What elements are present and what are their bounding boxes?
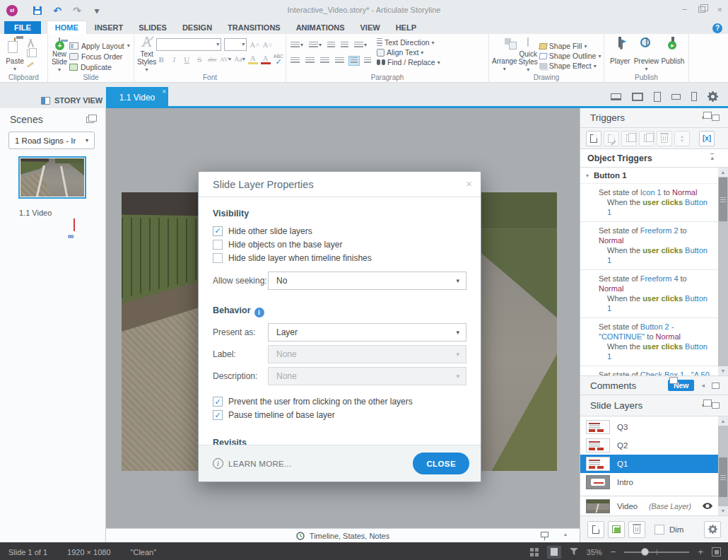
tab-file[interactable]: FILE	[4, 21, 41, 34]
expand-timeline-icon[interactable]: ▴	[564, 531, 567, 537]
scroll-down-icon[interactable]: ▼	[718, 366, 728, 375]
restore-button[interactable]	[698, 6, 705, 13]
preview-button[interactable]: Preview▾	[633, 37, 659, 74]
checkbox-row[interactable]: Hide slide layer when timeline finishes	[213, 251, 466, 264]
scroll-up-icon[interactable]: ▲	[718, 416, 728, 426]
phone-landscape-preview-icon[interactable]	[671, 94, 681, 100]
align-justify-icon[interactable]	[334, 57, 346, 65]
tab-slides[interactable]: SLIDES	[131, 21, 175, 34]
trigger-item[interactable]: Set state of Check Box 1 - "A 50 km/h...…	[580, 366, 718, 375]
ltr-direction-icon[interactable]	[348, 56, 360, 66]
allow-seeking-select[interactable]: No▾	[268, 272, 466, 290]
duplicate-button[interactable]: Duplicate	[69, 63, 130, 71]
layer-row-intro[interactable]: Intro	[580, 473, 718, 491]
align-left-icon[interactable]	[289, 57, 301, 65]
player-settings-gear-icon[interactable]	[708, 91, 718, 102]
minimize-button[interactable]: −	[682, 4, 688, 15]
scroll-down-icon[interactable]: ▼	[718, 506, 728, 515]
timeline-states-notes-bar[interactable]: Timeline, States, Notes ▴	[106, 528, 580, 542]
subscript-button[interactable]: abc	[207, 54, 217, 64]
help-icon[interactable]: ?	[712, 23, 722, 33]
collapse-all-icon[interactable]: ▴	[710, 153, 714, 161]
scenes-dock-panel-icon[interactable]	[86, 117, 94, 123]
manage-variables-button[interactable]: [x]	[699, 131, 715, 146]
story-view-mode-icon[interactable]	[530, 548, 539, 556]
present-as-select[interactable]: Layer▾	[268, 323, 466, 342]
player-button[interactable]: Player	[607, 37, 633, 74]
triggers-dock-panel-icon[interactable]	[712, 115, 720, 121]
bold-button[interactable]: B	[156, 54, 166, 64]
checkbox[interactable]	[213, 240, 223, 250]
arrange-button[interactable]: Arrange▾	[492, 37, 517, 74]
align-right-icon[interactable]	[319, 57, 331, 65]
dialog-close-icon[interactable]: ×	[466, 177, 472, 189]
trigger-item[interactable]: Set state of Freeform 4 to NormalWhen th…	[580, 270, 718, 318]
desktop-preview-icon[interactable]	[632, 93, 643, 101]
tab-insert[interactable]: INSERT	[87, 21, 131, 34]
layers-scrollbar[interactable]: ▲ ▼	[718, 416, 728, 515]
checkbox[interactable]	[213, 253, 223, 263]
scrollbar-thumb[interactable]	[719, 457, 727, 497]
layer-row-q1[interactable]: Q1	[580, 455, 718, 473]
tablet-portrait-preview-icon[interactable]	[654, 92, 661, 102]
checkbox-row[interactable]: ✓Pause timeline of base layer	[213, 409, 466, 422]
zoom-slider-knob[interactable]	[641, 548, 649, 556]
base-layer-row[interactable]: Video (Base Layer)	[580, 496, 718, 515]
shape-effect-button[interactable]: Shape Effect▾	[539, 62, 601, 70]
tab-view[interactable]: VIEW	[353, 21, 388, 34]
trigger-item[interactable]: Set state of Button 2 - "CONTINUE" to No…	[580, 318, 718, 366]
text-styles-button[interactable]: A Text Styles▾	[137, 37, 156, 74]
slide-thumbnail[interactable]	[18, 156, 86, 199]
tab-transitions[interactable]: TRANSITIONS	[220, 21, 288, 34]
scene-selector-dropdown[interactable]: 1 Road Signs - Ir▾	[8, 132, 95, 149]
video-slide-tab[interactable]: 1.1 Video ×	[106, 87, 168, 108]
copy-trigger-button[interactable]	[621, 131, 637, 146]
font-size-select[interactable]: ▾	[224, 38, 247, 51]
tab-animations[interactable]: ANIMATIONS	[288, 21, 353, 34]
edit-trigger-button[interactable]	[604, 131, 619, 146]
behavior-info-icon[interactable]: i	[254, 308, 264, 317]
checkbox[interactable]: ✓	[213, 226, 223, 236]
fit-to-window-icon[interactable]	[712, 547, 721, 556]
paste-button[interactable]: Paste▾	[3, 37, 27, 74]
change-case-button[interactable]: Aa▾	[234, 54, 245, 64]
format-painter-icon[interactable]	[27, 62, 34, 67]
checkbox[interactable]: ✓	[213, 397, 223, 407]
font-name-select[interactable]: ▾	[156, 38, 221, 51]
focus-order-button[interactable]: Focus Order	[69, 52, 130, 61]
fit-slide-icon[interactable]	[570, 548, 578, 556]
zoom-in-icon[interactable]: +	[698, 547, 703, 557]
grow-font-icon[interactable]: A˄	[249, 39, 259, 49]
learn-more-link[interactable]: iLEARN MORE...	[213, 458, 292, 469]
comments-dock-panel-icon[interactable]	[712, 383, 720, 389]
align-text-button[interactable]: Align Text▾	[377, 48, 440, 57]
trigger-group-header[interactable]: ▾ Button 1	[580, 168, 718, 184]
new-trigger-button[interactable]	[586, 131, 601, 146]
rtl-direction-icon[interactable]	[363, 57, 372, 65]
slide-view-mode-icon[interactable]	[547, 546, 561, 559]
slide-canvas[interactable]: Slide Layer Properties × Visibility ✓Hid…	[106, 108, 580, 528]
close-dialog-button[interactable]: CLOSE	[413, 453, 469, 474]
close-button[interactable]: ×	[717, 4, 722, 15]
publish-button[interactable]: Publish	[660, 37, 686, 74]
font-color-button[interactable]: A	[261, 54, 271, 64]
duplicate-layer-button[interactable]	[608, 521, 625, 538]
layer-row-q2[interactable]: Q2	[580, 436, 718, 455]
increase-indent-icon[interactable]	[339, 41, 350, 49]
dim-checkbox-row[interactable]: Dim	[654, 525, 683, 535]
zoom-slider[interactable]	[624, 548, 689, 556]
collapse-comments-icon[interactable]: ◂	[701, 382, 705, 389]
cut-icon[interactable]	[27, 39, 34, 47]
find-replace-button[interactable]: Find / Replace▾	[377, 58, 440, 66]
checkbox[interactable]: ✓	[213, 410, 223, 420]
decrease-indent-icon[interactable]	[326, 41, 336, 49]
checkbox-row[interactable]: Hide objects on the base layer	[213, 238, 466, 251]
dim-checkbox[interactable]	[654, 525, 664, 535]
shape-outline-button[interactable]: Shape Outline▾	[539, 52, 601, 60]
triggers-scrollbar[interactable]: ▲ ▼	[718, 168, 728, 375]
checkbox-row[interactable]: ✓Prevent the user from clicking on the o…	[213, 395, 466, 409]
scroll-up-icon[interactable]: ▲	[718, 168, 728, 177]
align-center-icon[interactable]	[304, 57, 316, 65]
zoom-out-icon[interactable]: −	[611, 547, 616, 557]
trigger-item[interactable]: Set state of Icon 1 to NormalWhen the us…	[580, 184, 718, 222]
